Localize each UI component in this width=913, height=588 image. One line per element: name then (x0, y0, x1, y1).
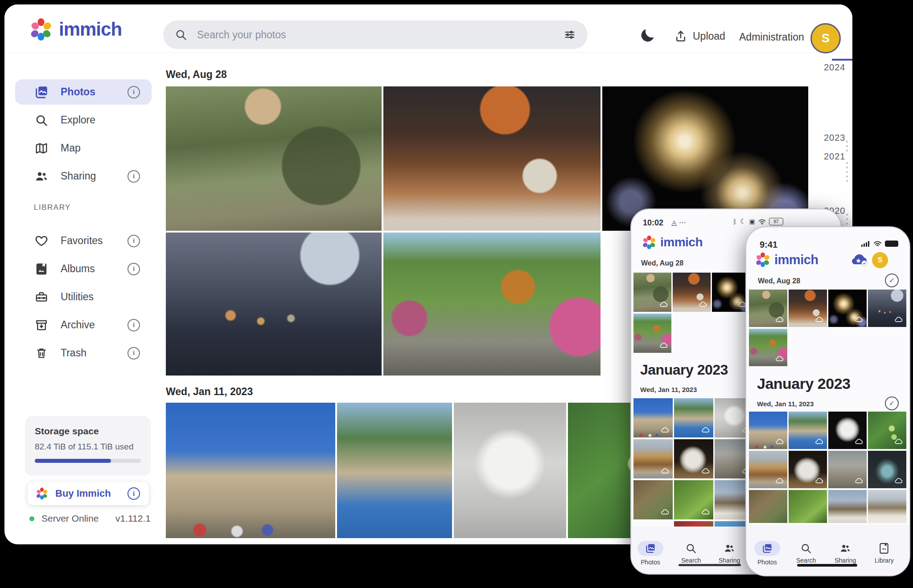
sidebar-item-trash[interactable]: Trash i (15, 340, 152, 366)
trash-icon (34, 346, 49, 361)
photo-green-berries[interactable] (868, 412, 906, 449)
photo-dinner-table[interactable] (789, 290, 827, 327)
photo-marble-bust[interactable] (828, 412, 867, 449)
photos-icon (762, 543, 773, 554)
cloud-backup-icon (894, 478, 903, 486)
info-icon[interactable]: i (127, 319, 140, 331)
select-all-check-icon[interactable]: ✓ (885, 274, 899, 287)
info-icon[interactable]: i (127, 170, 140, 183)
sidebar-item-favorites[interactable]: Favorites i (15, 228, 152, 253)
search-bar[interactable] (163, 20, 588, 49)
photos-icon (645, 543, 656, 554)
sidebar-item-map[interactable]: Map (15, 135, 152, 161)
sidebar-label: Explore (61, 114, 95, 126)
sidebar-label: Sharing (61, 170, 96, 182)
info-icon[interactable]: i (127, 347, 140, 359)
photo-autumn-path[interactable] (633, 314, 671, 353)
immich-flower-icon (36, 487, 48, 500)
user-avatar[interactable]: S (810, 23, 841, 53)
cloud-backup-icon (775, 355, 784, 363)
nav-sharing[interactable]: Sharing (719, 543, 740, 564)
photo-autumn-path[interactable] (749, 329, 787, 366)
photo-holding-hands[interactable] (868, 290, 906, 327)
photo-coastal-tower[interactable] (337, 403, 452, 538)
photo-silver-ornament[interactable] (868, 451, 906, 488)
user-avatar[interactable]: S (872, 252, 888, 268)
photo-lizard-moss[interactable] (789, 490, 827, 523)
photo-fireworks[interactable] (712, 273, 750, 312)
active-pill (637, 541, 663, 556)
month-header: January 2023 (757, 375, 851, 392)
photo-fort-walls[interactable] (633, 398, 673, 437)
info-icon[interactable]: i (127, 263, 140, 275)
nav-sharing[interactable]: Sharing (835, 543, 856, 564)
sidebar-item-explore[interactable]: Explore (15, 107, 152, 133)
upload-icon (674, 29, 687, 43)
cloud-backup-icon (855, 316, 864, 324)
bluetooth-icon: ᛒ (733, 218, 737, 225)
photo-lizard-moss[interactable] (674, 480, 713, 519)
photo-winter-field[interactable] (868, 490, 906, 523)
photo-lizard-ground[interactable] (633, 480, 673, 519)
info-icon[interactable]: i (127, 86, 140, 98)
nav-search[interactable]: Search (681, 543, 701, 564)
sidebar-item-utilities[interactable]: Utilities (15, 284, 152, 310)
cloud-backup-icon (775, 316, 784, 324)
home-indicator[interactable] (679, 564, 741, 566)
sidebar-item-sharing[interactable]: Sharing i (15, 163, 152, 189)
sidebar-item-albums[interactable]: Albums i (15, 256, 152, 282)
info-icon[interactable]: i (127, 487, 140, 500)
sidebar-item-archive[interactable]: Archive i (15, 312, 152, 338)
nav-search[interactable]: Search (796, 543, 816, 564)
home-indicator[interactable] (797, 564, 857, 567)
nav-photos[interactable]: Photos (754, 541, 780, 566)
cloud-sync-button[interactable] (850, 252, 868, 268)
upload-button[interactable]: Upload (674, 29, 725, 43)
top-bar: immich (4, 4, 852, 53)
photo-cliff-beach[interactable] (633, 439, 673, 478)
filter-sliders-icon[interactable] (563, 29, 576, 41)
sidebar-item-photos[interactable]: Photos i (15, 79, 152, 105)
server-version: v1.112.1 (115, 513, 151, 524)
photo-dinner-table[interactable] (383, 86, 600, 231)
dark-mode-toggle[interactable] (639, 27, 656, 45)
status-time: 9:41 (760, 240, 777, 250)
heart-icon (34, 233, 49, 249)
photo-fireworks[interactable] (828, 290, 867, 327)
nav-photos[interactable]: Photos (637, 541, 663, 566)
photo-fort-walls[interactable] (749, 412, 787, 449)
photo-fort-walls[interactable] (166, 403, 335, 538)
app-title: immich (660, 235, 703, 249)
immich-logo[interactable]: immich (29, 18, 122, 41)
explore-search-icon (34, 113, 49, 128)
info-icon[interactable]: i (127, 235, 140, 247)
bottom-nav: Photos Search Sharing Library (746, 525, 909, 576)
photo-rock-statue[interactable] (674, 439, 713, 478)
photo-monkeys[interactable] (749, 290, 787, 327)
photo-coastal-tower[interactable] (789, 412, 827, 449)
photo-rock-statue[interactable] (789, 451, 827, 488)
cloud-backup-icon (661, 427, 670, 435)
photo-coastal-tower[interactable] (674, 398, 713, 437)
photo-dinner-table[interactable] (673, 273, 711, 312)
cloud-backup-icon (659, 342, 668, 350)
photos-icon (34, 85, 49, 100)
photo-marble-bust[interactable] (454, 403, 566, 538)
administration-link[interactable]: Administration (739, 31, 804, 43)
photo-holding-hands[interactable] (166, 233, 382, 376)
search-input[interactable] (196, 29, 563, 41)
select-all-check-icon[interactable]: ✓ (885, 396, 899, 410)
sidebar-label: Trash (61, 347, 86, 359)
cloud-backup-icon (894, 438, 903, 446)
photo-winter-village[interactable] (828, 490, 867, 523)
photo-lizard-ground[interactable] (749, 490, 787, 523)
photo-monkeys[interactable] (166, 86, 382, 231)
photo-monkeys[interactable] (633, 273, 671, 312)
nav-library[interactable]: Library (875, 543, 894, 564)
cloud-backup-icon (815, 316, 824, 324)
storage-title: Storage space (35, 426, 99, 437)
buy-immich-button[interactable]: Buy Immich i (28, 482, 149, 505)
photo-castle-ruins[interactable] (828, 451, 867, 488)
photo-cliff-beach[interactable] (749, 451, 787, 488)
photo-autumn-path[interactable] (383, 233, 600, 376)
